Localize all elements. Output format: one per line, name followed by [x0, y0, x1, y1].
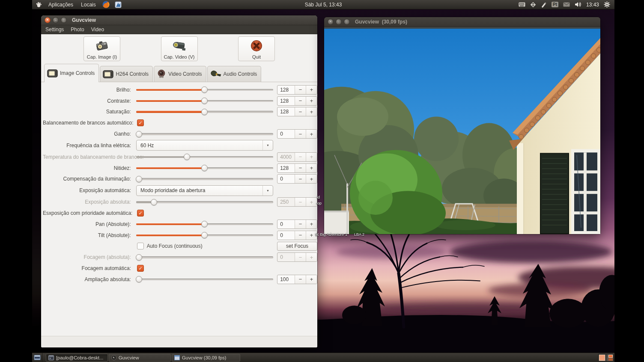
workspace-1[interactable] [599, 354, 606, 361]
pan-absolute-slider[interactable] [136, 220, 273, 228]
contraste-value[interactable]: 128 [277, 97, 295, 105]
desktop-icon-label[interactable]: LBA 2 [354, 232, 364, 237]
tilt-absolute-slider-thumb[interactable] [201, 232, 208, 238]
menu-aplicacoes[interactable]: Aplicações [45, 2, 77, 8]
brilho-slider[interactable] [136, 86, 273, 93]
taskbar-item-guvcview[interactable]: Guvcview [109, 354, 171, 362]
ampliacao-absoluta-value[interactable]: 100 [277, 275, 295, 284]
brilho-decrement-button[interactable]: − [295, 86, 306, 94]
exposicao-automatica-dropdown[interactable]: Modo prioridade da abertura ▾ [136, 185, 273, 196]
ampliacao-absoluta-slider-thumb[interactable] [136, 276, 142, 282]
tilt-absolute-decrement-button[interactable]: − [295, 231, 306, 240]
exposicao-absoluta-slider[interactable] [136, 199, 273, 206]
workspace-2[interactable] [606, 354, 613, 361]
saturacao-value[interactable]: 128 [277, 107, 295, 116]
maximize-button[interactable]: □ [61, 17, 67, 23]
exposicao-prioridade-auto-checkbox[interactable]: ✓ [137, 210, 144, 217]
paint-app-icon[interactable] [115, 1, 122, 8]
tab-h264-controls[interactable]: H264 Controls [100, 66, 153, 82]
mail-icon[interactable] [563, 2, 570, 7]
temperatura-balanceamento-slider[interactable] [136, 153, 273, 160]
pan-absolute-decrement-button[interactable]: − [295, 220, 306, 228]
compensacao-iluminacao-slider[interactable] [136, 175, 273, 183]
auto-focus-checkbox[interactable] [137, 243, 144, 249]
focagem-absoluta-value[interactable]: 0 [277, 253, 295, 261]
focagem-absoluta-slider-thumb[interactable] [136, 254, 142, 261]
contraste-slider[interactable] [136, 97, 273, 104]
maximize-button[interactable]: □ [344, 19, 350, 25]
focagem-absoluta-increment-button[interactable]: + [306, 253, 317, 261]
keyboard-icon[interactable] [519, 2, 525, 7]
distro-menu-icon[interactable] [36, 1, 42, 8]
firefox-icon[interactable] [102, 1, 110, 8]
ganho-slider[interactable] [136, 131, 273, 138]
tab-video-controls[interactable]: Video Controls [154, 66, 206, 82]
frequencia-linha-eletrica-dropdown[interactable]: 60 Hz ▾ [136, 140, 273, 151]
desktop-icon-label[interactable]: -op [316, 201, 322, 205]
compensacao-iluminacao-decrement-button[interactable]: − [295, 175, 306, 183]
menu-settings[interactable]: Settings [42, 25, 67, 34]
focagem-absoluta-slider[interactable] [136, 254, 273, 261]
contraste-increment-button[interactable]: + [306, 97, 317, 105]
brilho-increment-button[interactable]: + [306, 86, 317, 94]
main-window-titlebar[interactable]: ✕ – □ Guvcview [41, 15, 317, 25]
taskbar-item-paulo-cobra-deskt[interactable]: [paulo@Cobra-deskt... [46, 354, 108, 362]
menu-locais[interactable]: Locais [77, 2, 100, 8]
brilho-slider-thumb[interactable] [201, 86, 208, 93]
desktop-icon-label[interactable]: id [317, 195, 320, 199]
ganho-slider-thumb[interactable] [136, 131, 142, 137]
show-desktop-button[interactable] [32, 353, 42, 362]
gear-icon[interactable] [604, 1, 610, 8]
ampliacao-absoluta-decrement-button[interactable]: − [295, 275, 306, 284]
exposicao-absoluta-decrement-button[interactable]: − [295, 198, 306, 206]
tilt-absolute-slider[interactable] [136, 231, 273, 239]
saturacao-decrement-button[interactable]: − [295, 107, 306, 116]
menu-video[interactable]: Video [88, 25, 107, 34]
temperatura-balanceamento-decrement-button[interactable]: − [295, 153, 306, 161]
temperatura-balanceamento-value[interactable]: 4000 [277, 153, 295, 161]
cap-image-i-button[interactable]: Cap. Image (I) [83, 36, 120, 61]
volume-icon[interactable] [575, 2, 581, 7]
tab-audio-controls[interactable]: Audio Controls [207, 66, 262, 82]
set-focus-button[interactable]: set Focus [277, 242, 317, 251]
nitidez-value[interactable]: 128 [277, 164, 295, 172]
tablet-pen-icon[interactable] [541, 2, 547, 8]
contraste-slider-thumb[interactable] [201, 98, 208, 104]
minimize-button[interactable]: – [53, 17, 59, 23]
ganho-increment-button[interactable]: + [306, 130, 317, 138]
pan-absolute-increment-button[interactable]: + [306, 220, 317, 228]
ampliacao-absoluta-slider[interactable] [136, 276, 273, 283]
temperatura-balanceamento-increment-button[interactable]: + [306, 153, 317, 161]
contraste-decrement-button[interactable]: − [295, 97, 306, 105]
compensacao-iluminacao-increment-button[interactable]: + [306, 175, 317, 183]
saturacao-slider[interactable] [136, 108, 273, 116]
compensacao-iluminacao-slider-thumb[interactable] [136, 176, 142, 182]
pan-absolute-slider-thumb[interactable] [201, 221, 208, 227]
workspace-switcher[interactable] [598, 354, 614, 362]
close-button[interactable]: ✕ [328, 19, 334, 25]
video-window-titlebar[interactable]: ✕ – □ Guvcview (30,09 fps) [324, 17, 600, 27]
taskbar-item-guvcview-30-09-fps[interactable]: Guvcview (30,09 fps) [172, 354, 240, 362]
nitidez-slider-thumb[interactable] [201, 165, 208, 171]
nitidez-decrement-button[interactable]: − [295, 164, 306, 172]
brilho-value[interactable]: 128 [277, 86, 295, 94]
balanceamento-brancos-auto-checkbox[interactable]: ✓ [137, 119, 144, 126]
ganho-value[interactable]: 0 [277, 130, 295, 138]
exposicao-absoluta-value[interactable]: 250 [277, 198, 295, 206]
close-button[interactable]: ✕ [45, 17, 51, 23]
temperatura-balanceamento-slider-thumb[interactable] [184, 154, 190, 160]
nitidez-increment-button[interactable]: + [306, 164, 317, 172]
quit-button[interactable]: Quit [238, 36, 275, 61]
focagem-automatica-checkbox[interactable]: ✓ [137, 265, 144, 272]
ganho-decrement-button[interactable]: − [295, 130, 306, 138]
software-updater-icon[interactable] [530, 2, 536, 8]
focagem-absoluta-decrement-button[interactable]: − [295, 253, 306, 261]
language-indicator[interactable]: Pt [552, 2, 558, 7]
saturacao-increment-button[interactable]: + [306, 107, 317, 116]
pan-absolute-value[interactable]: 0 [277, 220, 295, 228]
compensacao-iluminacao-value[interactable]: 0 [277, 175, 295, 183]
nitidez-slider[interactable] [136, 164, 273, 172]
tray-clock[interactable]: 13:43 [586, 2, 599, 8]
ampliacao-absoluta-increment-button[interactable]: + [306, 275, 317, 284]
cap-video-v-button[interactable]: Cap. Video (V) [161, 36, 198, 61]
